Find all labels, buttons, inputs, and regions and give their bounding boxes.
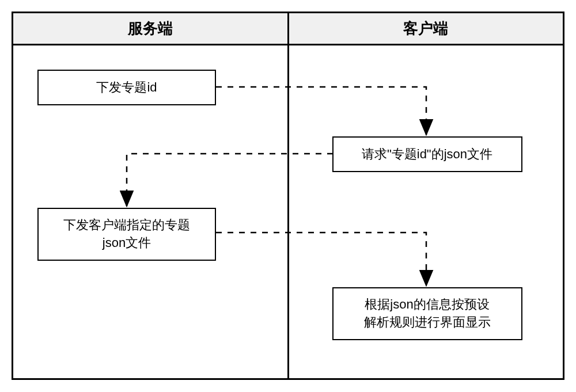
node-parse-display: 根据json的信息按预设解析规则进行界面显示 [332,287,522,340]
lane-server: 下发专题id 下发客户端指定的专题json文件 [13,45,289,379]
node-request-json: 请求"专题id"的json文件 [332,136,522,172]
header-server: 服务端 [13,13,289,45]
node-issue-topic-id: 下发专题id [37,70,216,105]
node-issue-json-file: 下发客户端指定的专题json文件 [37,208,216,261]
swimlane-diagram: 服务端 客户端 下发专题id 下发客户端指定的专题json文件 请求"专题id"… [12,12,564,380]
swimlane-table: 服务端 客户端 下发专题id 下发客户端指定的专题json文件 请求"专题id"… [12,12,564,380]
header-client: 客户端 [288,13,564,45]
lane-client: 请求"专题id"的json文件 根据json的信息按预设解析规则进行界面显示 [288,45,564,379]
